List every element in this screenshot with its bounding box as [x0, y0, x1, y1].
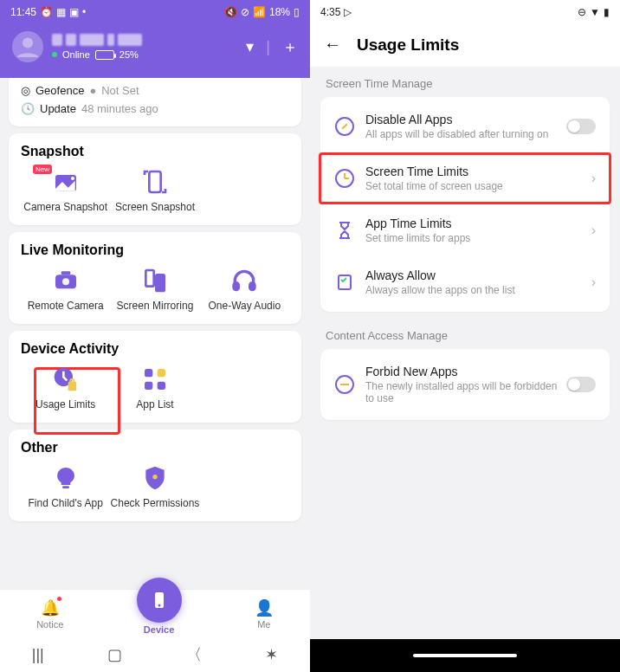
dropdown-icon[interactable]: ▾: [246, 37, 254, 56]
tile-usage-limits[interactable]: Usage Limits: [21, 365, 110, 410]
dot-icon: •: [82, 6, 86, 18]
accessibility-icon[interactable]: ✶: [265, 645, 278, 664]
add-icon[interactable]: ＋: [282, 36, 298, 57]
chevron-right-icon: ›: [591, 223, 596, 238]
info-strip: ◎ Geofence ● Not Set 🕓 Update 48 minutes…: [9, 73, 301, 126]
toggle-disable-all[interactable]: [566, 119, 596, 134]
battery-icon: ▮: [604, 6, 610, 18]
mirroring-icon: [141, 267, 169, 294]
screen-time-card: Disable All Apps All apps will be disabl…: [320, 97, 610, 312]
section-content-access: Content Access Manage: [310, 319, 620, 349]
battery-pct: 25%: [119, 49, 139, 60]
camera-snapshot-icon: [52, 168, 80, 196]
status-time: 4:35: [320, 6, 340, 18]
checklist-icon: [334, 272, 355, 293]
app-list-icon: [141, 365, 169, 393]
update-ago: 48 minutes ago: [81, 102, 158, 115]
bottom-nav: 🔔 Notice Device 👤 Me: [0, 589, 310, 637]
toggle-forbid-new[interactable]: [566, 377, 596, 392]
row-forbid-new-apps[interactable]: Forbid New Apps The newly installed apps…: [320, 352, 610, 417]
svg-rect-3: [149, 171, 160, 192]
person-icon: 👤: [255, 598, 274, 617]
battery-icon: ▯: [294, 6, 300, 18]
svg-point-0: [23, 38, 33, 48]
battery-icon: [95, 50, 114, 60]
tile-camera-snapshot[interactable]: New Camera Snapshot: [21, 168, 110, 213]
online-label: Online: [62, 49, 90, 60]
chevron-right-icon: ›: [591, 275, 596, 290]
row-always-allow[interactable]: Always Allow Always allow the apps on th…: [320, 256, 610, 308]
back-icon[interactable]: 〈: [186, 644, 202, 665]
headphones-icon: [230, 267, 258, 294]
wifi-icon: ▼: [590, 6, 600, 18]
row-screen-time-limits[interactable]: Screen Time Limits Set total time of scr…: [320, 152, 610, 204]
img-icon-2: ▣: [69, 6, 79, 18]
bell-icon: 🔔: [41, 598, 60, 617]
nav-me[interactable]: 👤 Me: [255, 598, 274, 630]
svg-rect-5: [61, 271, 70, 275]
svg-rect-13: [70, 379, 74, 383]
svg-rect-15: [158, 369, 165, 377]
system-nav: ||| ▢ 〈 ✶: [0, 637, 310, 672]
status-battery: 18%: [269, 6, 290, 18]
shield-icon: [141, 464, 169, 492]
nav-notice[interactable]: 🔔 Notice: [36, 598, 63, 630]
online-dot-icon: [52, 52, 57, 57]
avatar[interactable]: [12, 31, 43, 62]
disable-icon: [334, 116, 355, 137]
geofence-status: Not Set: [101, 84, 139, 97]
home-icon[interactable]: ▢: [107, 645, 122, 664]
content-access-card: Forbid New Apps The newly installed apps…: [320, 349, 610, 420]
svg-rect-9: [234, 283, 238, 290]
other-title: Other: [21, 440, 289, 456]
tile-one-way-audio[interactable]: One-Way Audio: [200, 267, 289, 312]
forbid-icon: [334, 374, 355, 395]
recent-icon[interactable]: |||: [32, 646, 44, 664]
geofence-label: Geofence: [36, 84, 84, 97]
page-header: ← Usage Limits: [310, 24, 620, 67]
status-time: 11:45: [10, 6, 36, 18]
username-blurred: [52, 34, 142, 46]
screen-snapshot-icon: [141, 168, 169, 196]
mute-icon: 🔇: [224, 6, 237, 18]
row-app-time-limits[interactable]: App Time Limits Set time limits for apps…: [320, 204, 610, 256]
svg-rect-14: [145, 369, 152, 377]
gesture-bar: [310, 639, 620, 672]
clock-icon: 🕓: [21, 102, 35, 115]
section-screen-time: Screen Time Manage: [310, 67, 620, 97]
svg-rect-7: [145, 270, 153, 287]
activity-card: Device Activity Usage Limits App List: [9, 331, 301, 423]
snapshot-title: Snapshot: [21, 144, 289, 159]
row-disable-all-apps[interactable]: Disable All Apps All apps will be disabl…: [320, 100, 610, 152]
dnd-icon: ⊖: [578, 6, 586, 18]
bulb-icon: [52, 464, 80, 492]
activity-title: Device Activity: [21, 341, 289, 357]
snapshot-card: Snapshot New Camera Snapshot Screen Snap…: [9, 133, 301, 225]
tile-app-list[interactable]: App List: [110, 365, 199, 410]
tile-remote-camera[interactable]: Remote Camera: [21, 267, 110, 312]
tile-screen-snapshot[interactable]: Screen Snapshot: [110, 168, 199, 213]
svg-point-21: [158, 604, 160, 606]
chevron-right-icon: ›: [591, 171, 596, 186]
update-label: Update: [40, 102, 76, 115]
clock-icon: [334, 168, 355, 189]
svg-point-2: [71, 177, 74, 180]
tile-find-child-app[interactable]: Find Child's App: [21, 464, 110, 509]
profile-header: Online 25% ▾ | ＋: [0, 24, 310, 78]
geofence-icon: ◎: [21, 84, 30, 97]
svg-rect-10: [250, 283, 255, 290]
tile-check-permissions[interactable]: Check Permissions: [110, 464, 199, 509]
nav-device[interactable]: [137, 578, 182, 623]
statusbar: 4:35 ▷ ⊖ ▼ ▮: [310, 0, 620, 24]
tile-screen-mirroring[interactable]: Screen Mirroring: [110, 267, 199, 312]
badge-new: New: [33, 165, 52, 174]
svg-rect-8: [156, 275, 164, 291]
svg-point-6: [62, 278, 69, 285]
other-card: Other Find Child's App Check Permissions: [9, 430, 301, 521]
wifi-icon: ⊘: [241, 6, 249, 18]
camera-icon: [52, 267, 80, 294]
page-title: Usage Limits: [357, 36, 459, 55]
play-icon: ▷: [344, 6, 352, 18]
alarm-icon: ⏰: [40, 6, 53, 18]
back-button[interactable]: ←: [324, 35, 341, 55]
